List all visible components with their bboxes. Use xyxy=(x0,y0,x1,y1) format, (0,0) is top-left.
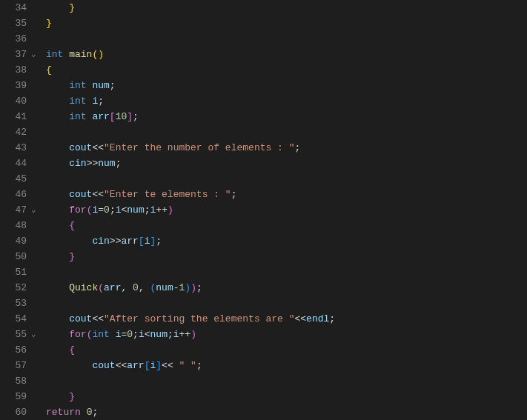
code-line[interactable]: int i; xyxy=(46,93,527,109)
fold-marker[interactable] xyxy=(30,140,42,156)
code-area[interactable]: } } int main() { int num; int i; int arr… xyxy=(42,0,527,420)
fold-marker[interactable] xyxy=(30,264,42,280)
line-number: 55 xyxy=(0,327,27,342)
code-line[interactable]: Quick(arr, 0, (num-1)); xyxy=(46,280,527,296)
code-line[interactable]: cout<<"Enter te elements : "; xyxy=(46,187,527,202)
fold-marker[interactable] xyxy=(30,311,42,327)
fold-marker[interactable]: ⌄ xyxy=(30,47,42,62)
line-number: 44 xyxy=(0,156,27,171)
line-number: 35 xyxy=(0,16,27,31)
line-number: 41 xyxy=(0,109,27,124)
code-line[interactable]: cout<<"Enter the number of elements : "; xyxy=(46,140,527,156)
code-line[interactable]: cin>>arr[i]; xyxy=(46,233,527,249)
code-line[interactable]: int main() xyxy=(46,47,527,62)
code-line[interactable]: cout<<"After sorting the elements are "<… xyxy=(46,311,527,327)
line-number: 38 xyxy=(0,62,27,78)
code-line[interactable] xyxy=(46,124,527,140)
fold-marker[interactable] xyxy=(30,156,42,171)
line-number: 54 xyxy=(0,311,27,327)
code-line[interactable]: { xyxy=(46,62,527,78)
line-number: 60 xyxy=(0,404,27,420)
line-number: 53 xyxy=(0,296,27,311)
code-line[interactable]: } xyxy=(46,249,527,264)
line-number: 42 xyxy=(0,124,27,140)
line-number: 39 xyxy=(0,78,27,93)
line-number: 50 xyxy=(0,249,27,264)
fold-marker[interactable] xyxy=(30,373,42,389)
code-line[interactable] xyxy=(46,171,527,187)
line-number: 34 xyxy=(0,0,27,16)
code-line[interactable]: } xyxy=(46,16,527,31)
line-number: 57 xyxy=(0,358,27,373)
line-number: 49 xyxy=(0,233,27,249)
fold-marker[interactable] xyxy=(30,62,42,78)
fold-marker[interactable] xyxy=(30,93,42,109)
line-number: 46 xyxy=(0,187,27,202)
fold-marker[interactable] xyxy=(30,171,42,187)
fold-marker[interactable] xyxy=(30,389,42,404)
code-line[interactable]: for(i=0;i<num;i++) xyxy=(46,202,527,218)
line-number: 43 xyxy=(0,140,27,156)
line-number-gutter: 34 35 36 37 38 39 40 41 42 43 44 45 46 4… xyxy=(0,0,30,420)
fold-marker[interactable] xyxy=(30,78,42,93)
fold-marker[interactable] xyxy=(30,249,42,264)
line-number: 51 xyxy=(0,264,27,280)
code-line[interactable]: } xyxy=(46,389,527,404)
code-line[interactable] xyxy=(46,31,527,47)
code-line[interactable]: cout<<arr[i]<< " "; xyxy=(46,358,527,373)
line-number: 47 xyxy=(0,202,27,218)
fold-marker[interactable] xyxy=(30,31,42,47)
fold-marker[interactable] xyxy=(30,280,42,296)
line-number: 36 xyxy=(0,31,27,47)
fold-marker[interactable] xyxy=(30,296,42,311)
line-number: 37 xyxy=(0,47,27,62)
code-line[interactable] xyxy=(46,264,527,280)
code-line[interactable]: cin>>num; xyxy=(46,156,527,171)
code-line[interactable]: int num; xyxy=(46,78,527,93)
fold-marker[interactable] xyxy=(30,0,42,16)
fold-marker[interactable]: ⌄ xyxy=(30,202,42,218)
line-number: 52 xyxy=(0,280,27,296)
line-number: 45 xyxy=(0,171,27,187)
fold-marker[interactable]: ⌄ xyxy=(30,327,42,342)
code-line[interactable]: return 0; xyxy=(46,404,527,420)
fold-marker[interactable] xyxy=(30,16,42,31)
code-line[interactable]: { xyxy=(46,342,527,358)
code-line[interactable] xyxy=(46,296,527,311)
fold-marker[interactable] xyxy=(30,218,42,233)
code-line[interactable]: { xyxy=(46,218,527,233)
fold-gutter: ⌄ ⌄ ⌄ xyxy=(30,0,42,420)
code-line[interactable]: } xyxy=(46,0,527,16)
fold-marker[interactable] xyxy=(30,404,42,420)
code-editor[interactable]: 34 35 36 37 38 39 40 41 42 43 44 45 46 4… xyxy=(0,0,527,420)
code-line[interactable] xyxy=(46,373,527,389)
fold-marker[interactable] xyxy=(30,342,42,358)
fold-marker[interactable] xyxy=(30,109,42,124)
line-number: 40 xyxy=(0,93,27,109)
line-number: 56 xyxy=(0,342,27,358)
code-line[interactable]: int arr[10]; xyxy=(46,109,527,124)
line-number: 59 xyxy=(0,389,27,404)
code-line[interactable]: for(int i=0;i<num;i++) xyxy=(46,327,527,342)
fold-marker[interactable] xyxy=(30,187,42,202)
line-number: 58 xyxy=(0,373,27,389)
line-number: 48 xyxy=(0,218,27,233)
fold-marker[interactable] xyxy=(30,233,42,249)
fold-marker[interactable] xyxy=(30,124,42,140)
fold-marker[interactable] xyxy=(30,358,42,373)
